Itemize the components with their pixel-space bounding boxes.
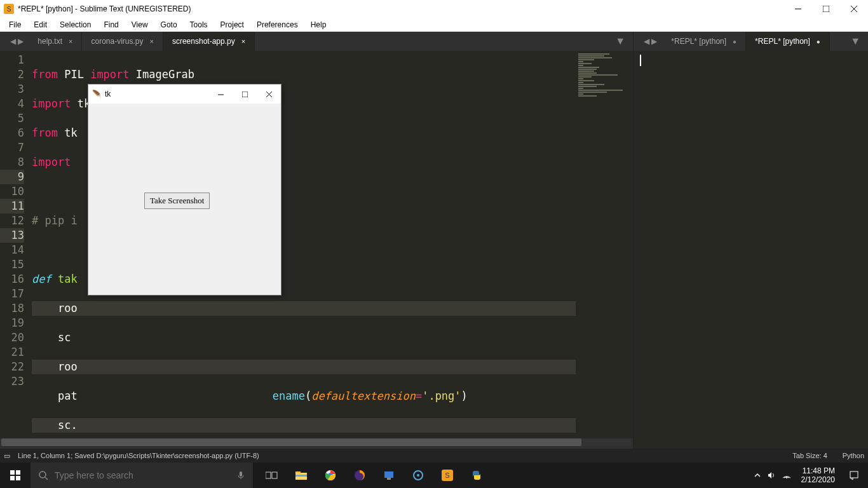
minimap[interactable]: [576, 51, 633, 438]
tab-size[interactable]: Tab Size: 4: [792, 452, 827, 459]
sublime-icon[interactable]: S: [433, 463, 461, 488]
menu-file[interactable]: File: [3, 19, 27, 30]
editor-pane-right: ◀ ▶ *REPL* [python] ● *REPL* [python] ● …: [633, 32, 868, 449]
app-icon: S: [4, 4, 14, 14]
console-toggle-icon[interactable]: ▭: [4, 452, 13, 460]
svg-rect-16: [295, 475, 307, 477]
language-mode[interactable]: Python: [843, 452, 864, 459]
menu-view[interactable]: View: [125, 19, 154, 30]
titlebar: S *REPL* [python] - Sublime Text (UNREGI…: [0, 0, 868, 18]
tk-icon: 🪶: [92, 90, 101, 98]
statusbar: ▭ Line 1, Column 1; Saved D:\pyguru\Scri…: [0, 449, 868, 463]
repl-output[interactable]: [634, 51, 868, 449]
tkinter-title: tk: [105, 90, 208, 98]
svg-point-24: [786, 477, 787, 478]
close-icon[interactable]: ×: [241, 37, 245, 45]
search-input[interactable]: [55, 470, 230, 480]
tkinter-body: Take Screenshot: [88, 104, 281, 295]
tkinter-window[interactable]: 🪶 tk Take Screenshot: [88, 84, 281, 295]
settings-icon[interactable]: [404, 463, 432, 488]
line-gutter: 1234567891011121314151617181920212223: [0, 51, 32, 438]
menu-find[interactable]: Find: [97, 19, 125, 30]
chrome-icon[interactable]: [316, 463, 344, 488]
tab-row-right: ◀ ▶ *REPL* [python] ● *REPL* [python] ● …: [634, 32, 868, 51]
window-controls: [784, 0, 868, 18]
file-explorer-icon[interactable]: [287, 463, 315, 488]
svg-rect-6: [10, 476, 15, 480]
svg-rect-15: [295, 471, 301, 473]
system-tray: 11:48 PM 2/12/2020: [754, 463, 868, 488]
svg-rect-4: [10, 470, 15, 475]
horizontal-scrollbar[interactable]: [1, 438, 632, 446]
svg-rect-5: [16, 470, 20, 475]
taskbar: S 11:48 PM 2/12/2020: [0, 463, 868, 488]
tab-dropdown-icon[interactable]: ▼: [607, 32, 633, 51]
tab-nav-arrows[interactable]: ◀ ▶: [5, 32, 29, 51]
menu-edit[interactable]: Edit: [27, 19, 53, 30]
firefox-icon[interactable]: [346, 463, 374, 488]
volume-icon[interactable]: [767, 471, 776, 480]
tab-label: screenshot-app.py: [172, 37, 235, 46]
tk-close-button[interactable]: [257, 85, 281, 104]
menu-selection[interactable]: Selection: [53, 19, 97, 30]
minimize-button[interactable]: [784, 0, 812, 18]
close-icon[interactable]: ×: [150, 37, 154, 45]
taskbar-search[interactable]: [31, 463, 253, 488]
svg-rect-7: [16, 476, 20, 480]
clock[interactable]: 11:48 PM 2/12/2020: [801, 466, 835, 484]
status-text: Line 1, Column 1; Saved D:\pyguru\Script…: [18, 452, 259, 459]
svg-rect-27: [242, 92, 248, 97]
close-icon[interactable]: ×: [69, 37, 72, 45]
taskbar-apps: S: [258, 463, 491, 488]
tk-maximize-button[interactable]: [233, 85, 257, 104]
svg-rect-1: [823, 6, 829, 12]
svg-point-8: [39, 471, 46, 478]
tray-expand-icon[interactable]: [754, 472, 761, 478]
menu-goto[interactable]: Goto: [154, 19, 184, 30]
notifications-icon[interactable]: [841, 463, 867, 488]
tab-screenshot[interactable]: screenshot-app.py ×: [163, 32, 255, 51]
menubar: File Edit Selection Find View Goto Tools…: [0, 18, 868, 32]
svg-rect-25: [850, 471, 858, 478]
app-icon-1[interactable]: [375, 463, 403, 488]
tab-repl-1[interactable]: *REPL* [python] ●: [662, 32, 746, 51]
tab-repl-2[interactable]: *REPL* [python] ●: [746, 32, 830, 51]
tab-label: *REPL* [python]: [671, 37, 726, 46]
menu-tools[interactable]: Tools: [184, 19, 214, 30]
maximize-button[interactable]: [812, 0, 840, 18]
svg-rect-20: [384, 471, 393, 478]
tab-label: *REPL* [python]: [755, 37, 810, 46]
menu-help[interactable]: Help: [304, 19, 333, 30]
tkinter-titlebar[interactable]: 🪶 tk: [88, 85, 281, 104]
network-icon[interactable]: [782, 471, 791, 480]
python-icon[interactable]: [463, 463, 491, 488]
menu-project[interactable]: Project: [214, 19, 250, 30]
clock-date: 2/12/2020: [801, 475, 835, 484]
tab-row-left: ◀ ▶ help.txt × corona-virus.py × screens…: [0, 32, 633, 51]
search-icon: [38, 470, 48, 480]
svg-rect-13: [272, 472, 277, 478]
tk-minimize-button[interactable]: [208, 85, 233, 104]
tab-label: corona-virus.py: [91, 37, 143, 46]
mic-icon[interactable]: [236, 471, 245, 480]
window-title: *REPL* [python] - Sublime Text (UNREGIST…: [18, 4, 784, 13]
tab-label: help.txt: [37, 37, 62, 46]
svg-line-9: [45, 477, 48, 480]
tab-corona[interactable]: corona-virus.py ×: [82, 32, 163, 51]
dirty-icon: ●: [817, 38, 820, 45]
svg-rect-10: [240, 471, 242, 477]
tab-help[interactable]: help.txt ×: [29, 32, 82, 51]
task-view-icon[interactable]: [258, 463, 286, 488]
dirty-icon: ●: [733, 38, 736, 45]
text-cursor: [640, 55, 641, 66]
menu-preferences[interactable]: Preferences: [250, 19, 304, 30]
clock-time: 11:48 PM: [801, 466, 835, 475]
svg-point-23: [417, 474, 419, 477]
start-button[interactable]: [0, 463, 31, 488]
tab-nav-arrows[interactable]: ◀ ▶: [639, 32, 662, 51]
close-button[interactable]: [840, 0, 868, 18]
svg-rect-12: [266, 472, 271, 478]
take-screenshot-button[interactable]: Take Screenshot: [144, 193, 210, 209]
tab-dropdown-icon[interactable]: ▼: [843, 32, 868, 51]
svg-rect-21: [387, 478, 391, 480]
